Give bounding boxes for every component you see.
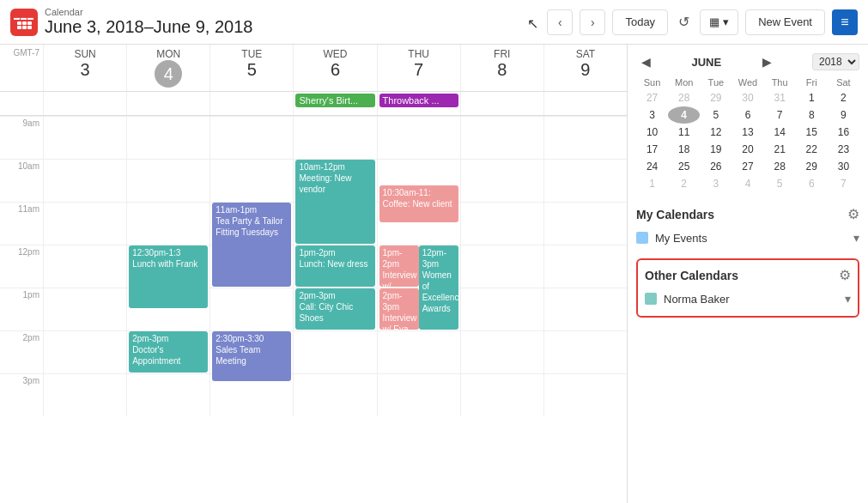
refresh-button[interactable]: ↺ xyxy=(675,10,693,33)
calendar-event[interactable]: 12pm-3pm Women of Excellence Awards xyxy=(419,245,458,330)
time-cell-4-2[interactable] xyxy=(209,288,293,330)
mini-cal-day[interactable]: 12 xyxy=(700,124,731,141)
mini-cal-day[interactable]: 13 xyxy=(731,124,763,141)
time-cell-1-3[interactable]: 10am-12pm Meeting: New vendor xyxy=(293,159,376,202)
mini-cal-day[interactable]: 15 xyxy=(796,124,828,141)
calendar-event[interactable]: 11am-1pm Tea Party & Tailor Fitting Tues… xyxy=(212,203,291,287)
time-cell-6-5[interactable] xyxy=(460,373,543,416)
mini-cal-day[interactable]: 14 xyxy=(764,124,796,141)
mini-cal-day[interactable]: 9 xyxy=(828,106,859,124)
mini-cal-day[interactable]: 1 xyxy=(796,89,828,106)
mini-cal-day[interactable]: 19 xyxy=(700,141,731,158)
calendar-event[interactable]: 1pm-2pm Lunch: New dress xyxy=(295,245,374,287)
time-cell-2-6[interactable] xyxy=(543,202,627,245)
calendar-event[interactable]: 10am-12pm Meeting: New vendor xyxy=(295,160,374,244)
calendar-event[interactable]: 2:30pm-3:30 Sales Team Meeting xyxy=(212,331,291,381)
time-cell-6-3[interactable] xyxy=(293,373,376,416)
mini-cal-day[interactable]: 3 xyxy=(636,106,668,124)
mini-cal-day[interactable]: 4 xyxy=(668,106,700,124)
time-cell-1-2[interactable] xyxy=(209,159,293,202)
time-cell-0-2[interactable] xyxy=(209,116,293,159)
mini-cal-day[interactable]: 1 xyxy=(636,175,668,192)
time-cell-5-3[interactable] xyxy=(293,330,376,373)
mini-cal-day[interactable]: 30 xyxy=(828,158,859,175)
mini-prev-button[interactable]: ◀ xyxy=(636,53,656,70)
mini-cal-day[interactable]: 23 xyxy=(828,141,859,158)
other-calendars-gear-button[interactable]: ⚙ xyxy=(839,267,851,283)
allday-event-sherrys[interactable]: Sherry's Birt... xyxy=(295,94,374,107)
mini-cal-day[interactable]: 20 xyxy=(731,141,763,158)
view-button[interactable]: ▦ ▾ xyxy=(700,9,738,35)
mini-cal-day[interactable]: 2 xyxy=(668,175,700,192)
next-button[interactable]: › xyxy=(580,9,605,35)
calendar-event[interactable]: 1pm-2pm Interview w/ Bridget xyxy=(379,245,419,287)
time-cell-1-1[interactable] xyxy=(126,159,209,202)
time-cell-0-5[interactable] xyxy=(460,116,543,159)
time-cell-4-0[interactable] xyxy=(43,288,126,330)
time-cell-5-4[interactable] xyxy=(377,330,460,373)
mini-cal-day[interactable]: 25 xyxy=(668,158,700,175)
mini-cal-day[interactable]: 2 xyxy=(828,89,859,106)
allday-cell-wed[interactable]: Sherry's Birt... xyxy=(293,92,376,115)
time-cell-2-1[interactable] xyxy=(126,202,209,245)
time-cell-1-0[interactable] xyxy=(43,159,126,202)
mini-cal-day[interactable]: 3 xyxy=(700,175,731,192)
time-cell-6-6[interactable] xyxy=(543,373,627,416)
time-cell-4-3[interactable]: 2pm-3pm Call: City Chic Shoes xyxy=(293,288,376,330)
norma-baker-dropdown-button[interactable]: ▾ xyxy=(845,292,851,306)
prev-button[interactable]: ‹ xyxy=(547,9,573,35)
mini-cal-day[interactable]: 7 xyxy=(828,175,859,192)
menu-button[interactable]: ≡ xyxy=(832,9,858,35)
mini-cal-day[interactable]: 7 xyxy=(764,106,796,124)
calendar-event[interactable]: 10:30am-11: Coffee: New client xyxy=(379,185,458,222)
time-cell-5-2[interactable]: 2:30pm-3:30 Sales Team Meeting xyxy=(209,330,293,373)
time-cell-3-5[interactable] xyxy=(460,245,543,288)
time-cell-2-0[interactable] xyxy=(43,202,126,245)
time-cell-0-3[interactable] xyxy=(293,116,376,159)
mini-cal-day[interactable]: 8 xyxy=(796,106,828,124)
time-cell-5-0[interactable] xyxy=(43,330,126,373)
calendar-event[interactable]: 12:30pm-1:3 Lunch with Frank xyxy=(129,245,208,308)
mini-cal-day[interactable]: 27 xyxy=(731,158,763,175)
mini-cal-day[interactable]: 10 xyxy=(636,124,668,141)
time-cell-4-6[interactable] xyxy=(543,288,627,330)
time-cell-0-4[interactable] xyxy=(377,116,460,159)
calendar-event[interactable]: 2pm-3pm Call: City Chic Shoes xyxy=(295,288,374,330)
calendar-event[interactable]: 2pm-3pm Interview w/ Eva for... xyxy=(379,288,419,330)
today-button[interactable]: Today xyxy=(612,9,668,35)
new-event-button[interactable]: New Event xyxy=(745,9,825,35)
mini-cal-day[interactable]: 22 xyxy=(796,141,828,158)
time-cell-3-3[interactable]: 1pm-2pm Lunch: New dress xyxy=(293,245,376,288)
time-cell-1-5[interactable] xyxy=(460,159,543,202)
calendar-event[interactable]: 2pm-3pm Doctor's Appointment xyxy=(129,331,208,373)
time-cell-2-5[interactable] xyxy=(460,202,543,245)
time-cell-5-6[interactable] xyxy=(543,330,627,373)
time-cell-3-1[interactable]: 12:30pm-1:3 Lunch with Frank xyxy=(126,245,209,288)
mini-cal-year-select[interactable]: 2018 2019 xyxy=(812,53,859,70)
time-cell-0-6[interactable] xyxy=(543,116,627,159)
time-cell-3-4[interactable]: 12pm-3pm Women of Excellence Awards1pm-2… xyxy=(377,245,460,288)
time-cell-6-4[interactable] xyxy=(377,373,460,416)
time-cell-5-5[interactable] xyxy=(460,330,543,373)
my-events-dropdown-button[interactable]: ▾ xyxy=(853,231,859,245)
time-cell-6-1[interactable] xyxy=(126,373,209,416)
mini-cal-day[interactable]: 16 xyxy=(828,124,859,141)
time-cell-4-5[interactable] xyxy=(460,288,543,330)
mini-cal-day[interactable]: 17 xyxy=(636,141,668,158)
mini-cal-day[interactable]: 5 xyxy=(764,175,796,192)
mini-cal-day[interactable]: 24 xyxy=(636,158,668,175)
time-cell-3-6[interactable] xyxy=(543,245,627,288)
mini-cal-day[interactable]: 6 xyxy=(731,106,763,124)
allday-event-throwback[interactable]: Throwback ... xyxy=(379,94,458,107)
mini-cal-day[interactable]: 28 xyxy=(764,158,796,175)
mini-cal-day[interactable]: 11 xyxy=(668,124,700,141)
mini-cal-day[interactable]: 27 xyxy=(636,89,668,106)
mini-cal-day[interactable]: 29 xyxy=(796,158,828,175)
time-cell-1-4[interactable]: 10:30am-11: Coffee: New client xyxy=(377,159,460,202)
allday-cell-thu[interactable]: Throwback ... xyxy=(377,92,460,115)
time-cell-3-0[interactable] xyxy=(43,245,126,288)
mini-cal-day[interactable]: 29 xyxy=(700,89,731,106)
my-calendars-gear-button[interactable]: ⚙ xyxy=(847,206,859,222)
mini-cal-day[interactable]: 28 xyxy=(668,89,700,106)
time-cell-5-1[interactable]: 2pm-3pm Doctor's Appointment xyxy=(126,330,209,373)
